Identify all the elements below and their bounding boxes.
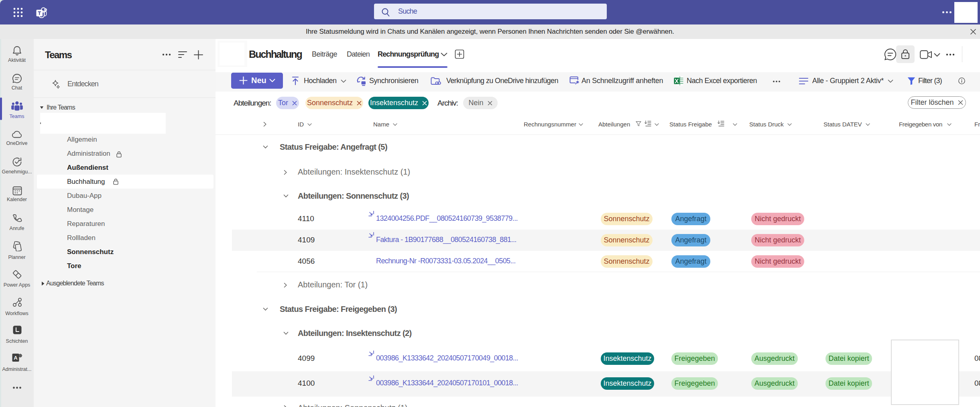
svg-text:A: A [14,355,18,361]
